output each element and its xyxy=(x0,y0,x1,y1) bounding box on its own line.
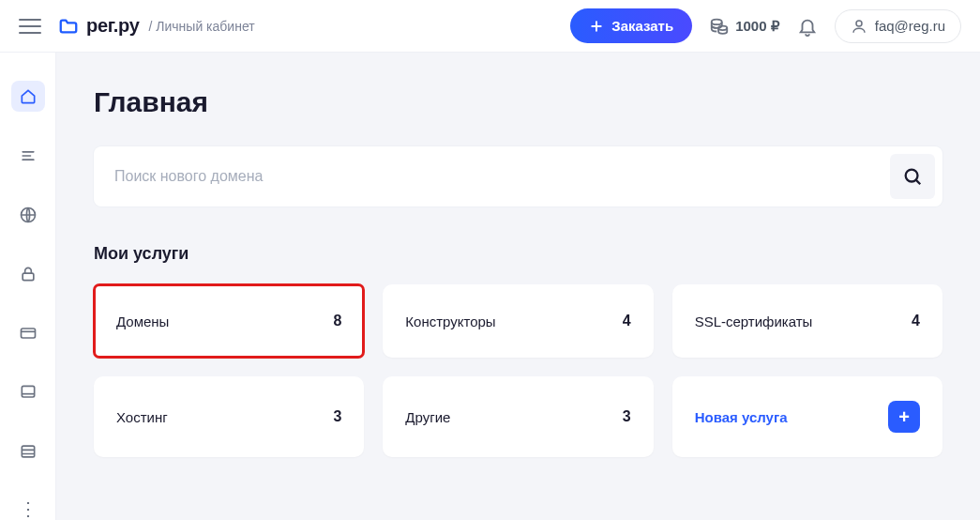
sidebar-item-servers[interactable] xyxy=(11,377,45,408)
service-card-builders[interactable]: Конструкторы 4 xyxy=(383,284,653,358)
search-button[interactable] xyxy=(890,154,935,199)
user-email: faq@reg.ru xyxy=(875,18,945,34)
header-right: Заказать 1000 ₽ faq@reg.ru xyxy=(570,8,961,43)
service-card-ssl[interactable]: SSL-сертификаты 4 xyxy=(672,284,942,358)
services-grid: Домены 8 Конструкторы 4 SSL-сертификаты … xyxy=(94,284,942,457)
plus-icon: + xyxy=(888,401,920,433)
svg-rect-7 xyxy=(22,447,34,458)
sidebar: ⋮ xyxy=(0,53,56,520)
card-label: SSL-сертификаты xyxy=(695,314,813,329)
user-menu[interactable]: faq@reg.ru xyxy=(835,9,961,43)
balance-amount: 1000 ₽ xyxy=(735,18,780,35)
order-button[interactable]: Заказать xyxy=(570,8,692,43)
sidebar-item-storage[interactable] xyxy=(11,436,45,467)
bell-icon[interactable] xyxy=(797,16,818,37)
card-count: 3 xyxy=(333,408,341,425)
card-label: Другие xyxy=(405,409,450,425)
page-title: Главная xyxy=(94,86,942,118)
sidebar-more[interactable]: ⋮ xyxy=(19,497,37,520)
coins-icon xyxy=(709,16,730,37)
folder-icon xyxy=(58,16,79,37)
user-icon xyxy=(851,18,867,35)
sidebar-item-web[interactable] xyxy=(11,199,45,230)
svg-point-0 xyxy=(712,19,722,24)
list-icon xyxy=(19,146,38,165)
service-card-new[interactable]: Новая услуга + xyxy=(672,376,942,457)
svg-rect-5 xyxy=(21,329,35,338)
svg-point-2 xyxy=(856,21,862,26)
domain-search xyxy=(94,146,942,206)
card-label: Домены xyxy=(116,314,169,329)
svg-point-8 xyxy=(906,170,918,182)
lock-icon xyxy=(19,265,38,283)
globe-icon xyxy=(19,206,38,224)
service-card-hosting[interactable]: Хостинг 3 xyxy=(94,376,364,457)
card-count: 4 xyxy=(623,313,631,329)
menu-button[interactable] xyxy=(19,15,41,38)
home-icon xyxy=(19,87,38,106)
card-label: Хостинг xyxy=(116,409,168,425)
balance[interactable]: 1000 ₽ xyxy=(709,16,780,37)
card-icon xyxy=(19,324,38,343)
breadcrumb: / Личный кабинет xyxy=(149,19,255,34)
services-heading: Мои услуги xyxy=(94,244,942,264)
svg-rect-6 xyxy=(22,387,34,398)
search-icon xyxy=(902,166,923,187)
domain-search-input[interactable] xyxy=(114,154,890,199)
card-label: Новая услуга xyxy=(695,409,788,425)
svg-rect-4 xyxy=(23,273,34,281)
service-card-other[interactable]: Другие 3 xyxy=(383,376,653,457)
plus-icon xyxy=(589,19,604,34)
header: рег.ру / Личный кабинет Заказать 1000 ₽ … xyxy=(0,0,980,53)
main-content: Главная Мои услуги Домены 8 Конструкторы… xyxy=(56,53,980,520)
logo-text: рег.ру xyxy=(86,15,140,37)
card-count: 8 xyxy=(333,313,341,329)
logo[interactable]: рег.ру xyxy=(58,15,140,37)
sidebar-item-billing[interactable] xyxy=(11,318,45,349)
database-icon xyxy=(19,442,38,461)
sidebar-item-home[interactable] xyxy=(11,81,45,112)
card-count: 3 xyxy=(623,408,631,425)
sidebar-item-security[interactable] xyxy=(11,258,45,289)
card-count: 4 xyxy=(912,313,920,329)
server-icon xyxy=(19,383,38,402)
sidebar-item-list[interactable] xyxy=(11,140,45,171)
order-label: Заказать xyxy=(611,18,673,34)
service-card-domains[interactable]: Домены 8 xyxy=(94,284,364,358)
card-label: Конструкторы xyxy=(405,314,495,329)
